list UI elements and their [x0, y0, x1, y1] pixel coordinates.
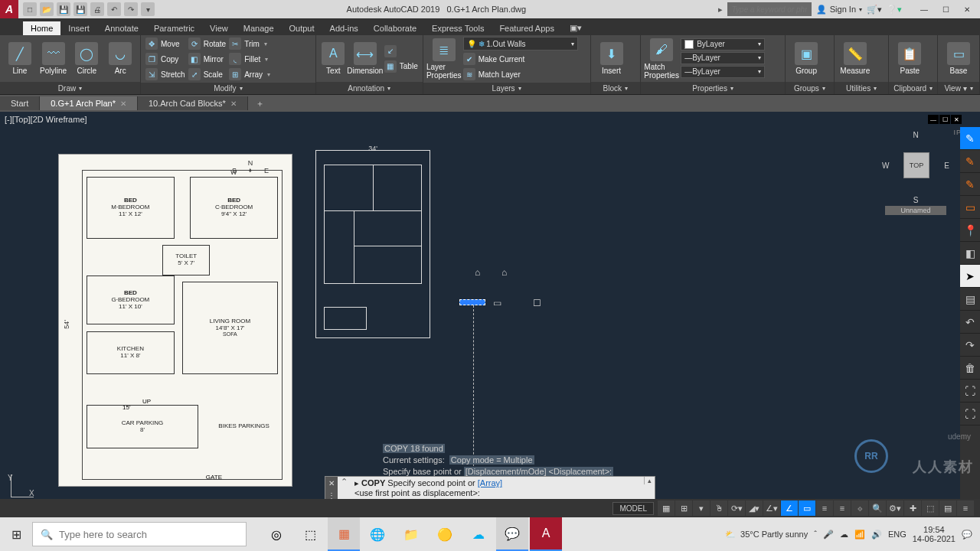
tray-mic-icon[interactable]: 🎤	[823, 530, 834, 540]
qat-dropdown-icon[interactable]: ▾	[141, 2, 155, 16]
vp-max-icon[interactable]: ☐	[939, 115, 950, 124]
qat-saveas-icon[interactable]: 💾	[74, 2, 87, 16]
polar-toggle[interactable]: ⟳▾	[728, 500, 745, 516]
signin-button[interactable]: 👤 Sign In▾	[816, 5, 862, 15]
base-view-button[interactable]: ▭Base	[942, 42, 975, 75]
viewport-label[interactable]: [-][Top][2D Wireframe]	[5, 115, 87, 124]
selected-block[interactable]	[459, 299, 485, 305]
tray-notifications-icon[interactable]: 💬	[962, 530, 972, 540]
qat-open-icon[interactable]: 📂	[40, 2, 54, 16]
match-layer-button[interactable]: ≋Match Layer	[463, 67, 578, 81]
viewcube-face[interactable]: TOP	[903, 152, 929, 178]
qat-plot-icon[interactable]: 🖨	[90, 2, 104, 16]
board-icon[interactable]: ▤	[960, 288, 980, 311]
tab-output[interactable]: Output	[282, 21, 322, 35]
exchange-icon[interactable]: 🛒▾	[867, 5, 882, 15]
panel-title-clipboard[interactable]: Clipboard	[889, 82, 937, 94]
tray-sound-icon[interactable]: 🔊	[871, 530, 882, 540]
linetype-combo[interactable]: — ByLayer▾	[681, 66, 765, 78]
text-button[interactable]: AText	[321, 42, 346, 75]
panel-title-block[interactable]: Block	[591, 82, 641, 94]
panel-title-draw[interactable]: Draw	[0, 82, 140, 94]
task-app-autocad[interactable]: A	[530, 517, 562, 551]
infer-icon[interactable]: ▾	[693, 500, 710, 516]
task-app-chrome[interactable]: 🟡	[429, 517, 461, 551]
leader-button[interactable]: ↙	[384, 44, 418, 58]
panel-title-layers[interactable]: Layers	[423, 83, 590, 94]
dyn-toggle[interactable]: ▭	[799, 500, 815, 516]
ortho-toggle[interactable]: 🖱	[710, 500, 727, 516]
panel-title-properties[interactable]: Properties	[641, 82, 785, 94]
new-tab-button[interactable]: ＋	[248, 96, 272, 112]
paste-button[interactable]: 📋Paste	[893, 42, 926, 75]
weather-widget[interactable]: ⛅35°C Partly sunny	[725, 530, 808, 540]
color-combo[interactable]: ByLayer▾	[681, 38, 765, 51]
tab-insert[interactable]: Insert	[60, 21, 97, 35]
otrack-toggle[interactable]: ∠	[781, 500, 798, 516]
dimension-button[interactable]: ⟷Dimension	[349, 42, 381, 75]
highlighter-icon[interactable]: ✎	[960, 173, 980, 196]
model-toggle[interactable]: MODEL	[612, 502, 654, 515]
info-search-icon[interactable]: ▸	[718, 5, 723, 15]
viewcube-wcs[interactable]: Unnamed	[885, 206, 946, 215]
annomon-icon[interactable]: ✚	[904, 500, 921, 516]
tray-clock[interactable]: 19:5414-06-2021	[913, 525, 956, 543]
app-logo[interactable]: A	[0, 0, 18, 18]
pencil-icon[interactable]: ✎	[960, 150, 980, 173]
fit-icon[interactable]: ⛶	[960, 403, 980, 425]
tab-addins[interactable]: Add-ins	[322, 21, 366, 35]
fillet-button[interactable]: ◟Fillet▾	[229, 52, 270, 66]
vp-close-icon[interactable]: ✕	[951, 115, 962, 124]
qat-undo-icon[interactable]: ↶	[107, 2, 121, 16]
qat-redo-icon[interactable]: ↷	[124, 2, 138, 16]
task-app-whatsapp[interactable]: 💬	[496, 517, 528, 551]
circle-button[interactable]: ◯Circle	[72, 42, 103, 75]
cycle-toggle[interactable]: ⟐	[851, 500, 868, 516]
close-icon[interactable]: ✕	[120, 99, 126, 108]
polyline-button[interactable]: 〰Polyline	[38, 42, 69, 75]
tray-chevron-icon[interactable]: ˆ	[814, 530, 817, 539]
drawing-viewport[interactable]: [-][Top][2D Wireframe] — ☐ ✕ IPEVO N S✦E…	[0, 112, 980, 517]
pin-icon[interactable]: 📍	[960, 219, 980, 242]
tray-lang[interactable]: ENG	[888, 530, 906, 539]
task-app-1[interactable]: ▦	[328, 517, 360, 551]
file-tab-start[interactable]: Start	[0, 96, 40, 110]
minimize-button[interactable]: —	[914, 2, 934, 16]
panel-title-groups[interactable]: Groups	[786, 82, 834, 94]
panel-title-view[interactable]: View ▾	[938, 82, 979, 94]
lw-toggle[interactable]: ≡	[816, 500, 833, 516]
start-button[interactable]: ⊞	[0, 517, 32, 551]
fullscreen-icon[interactable]: ⛶	[960, 380, 980, 403]
cmdline-recent-icon[interactable]: ⌃	[338, 477, 350, 487]
tab-extra-bullet[interactable]: ▣▾	[562, 21, 590, 35]
tab-manage[interactable]: Manage	[236, 21, 282, 35]
measure-button[interactable]: 📏Measure	[839, 42, 871, 75]
move-button[interactable]: ✥Move	[145, 37, 185, 51]
snap-toggle[interactable]: ⊞	[675, 500, 692, 516]
qat-new-icon[interactable]: □	[23, 2, 37, 16]
tray-cloud-icon[interactable]: ☁	[840, 530, 848, 540]
trim-button[interactable]: ✂Trim▾	[229, 37, 270, 51]
cmdline-close-icon[interactable]: ✕	[325, 477, 338, 489]
group-button[interactable]: ▣Group	[790, 42, 822, 75]
rectangle-icon[interactable]: ▭	[960, 196, 980, 219]
transp-toggle[interactable]: ≡	[834, 500, 851, 516]
view-cube[interactable]: N W TOP E S Unnamed	[885, 131, 946, 215]
maximize-button[interactable]: ☐	[936, 2, 956, 16]
iso-toggle[interactable]: ◢▾	[746, 500, 763, 516]
task-app-skype[interactable]: ☁	[462, 517, 495, 551]
workspace-icon[interactable]: ⚙▾	[887, 500, 903, 516]
tab-collaborate[interactable]: Collaborate	[366, 21, 424, 35]
units-icon[interactable]: ⬚	[922, 500, 939, 516]
eraser-icon[interactable]: ◧	[960, 242, 980, 265]
customize-icon[interactable]: ≡	[957, 500, 974, 516]
annotator-pen-icon[interactable]: ✎	[960, 127, 980, 150]
copy-button[interactable]: ❐Copy	[145, 52, 185, 66]
mirror-button[interactable]: ◧Mirror	[188, 52, 226, 66]
tab-parametric[interactable]: Parametric	[146, 21, 202, 35]
qat-save-icon[interactable]: 💾	[57, 2, 70, 16]
command-line[interactable]: ✕ ⋮ ⌃ ▸ COPY Specify second point or [Ar…	[325, 476, 655, 500]
keyword-search-input[interactable]	[727, 2, 812, 16]
redo-icon[interactable]: ↷	[960, 334, 980, 357]
pointer-icon[interactable]: ➤	[960, 265, 980, 288]
